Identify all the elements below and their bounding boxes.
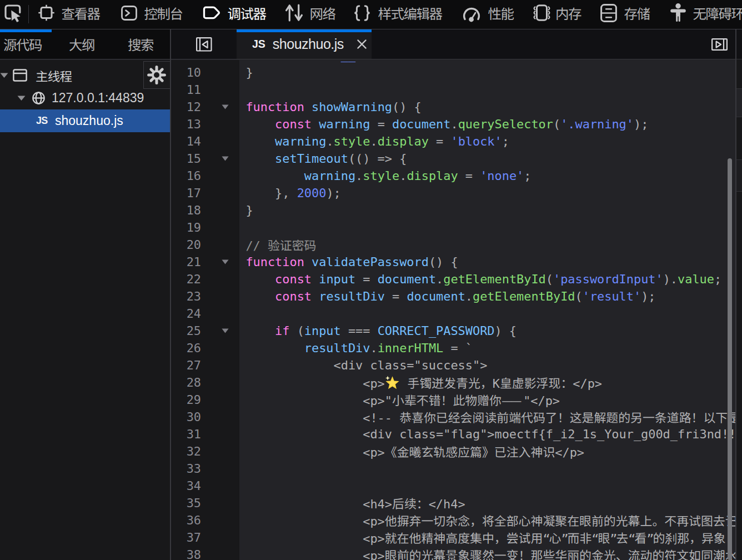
code-line-17[interactable]: }, 2000); xyxy=(239,184,735,202)
code-line-11[interactable] xyxy=(239,81,735,98)
line-number[interactable]: 33 xyxy=(171,460,202,477)
line-number[interactable]: 19 xyxy=(171,219,202,236)
tab-accessibility[interactable]: 无障碍环境 xyxy=(670,0,742,28)
gutter-row-34: 34 xyxy=(171,477,240,494)
line-number[interactable]: 11 xyxy=(171,81,202,98)
line-number[interactable]: 25 xyxy=(171,322,202,339)
code-line-25[interactable]: if (input === CORRECT_PASSWORD) { xyxy=(239,322,735,339)
line-number[interactable]: 22 xyxy=(171,271,202,288)
line-number[interactable]: 29 xyxy=(171,391,202,408)
tab-memory[interactable]: 内存 xyxy=(533,0,581,28)
fold-arrow-icon[interactable] xyxy=(222,104,229,109)
line-number[interactable]: 24 xyxy=(171,305,202,322)
code-line-9[interactable]: __ xyxy=(239,60,735,64)
sidebar-tab-search[interactable]: 搜索 xyxy=(128,29,153,59)
tab-console[interactable]: 控制台 xyxy=(121,0,183,28)
code-line-14[interactable]: warning.style.display = 'block'; xyxy=(239,133,735,150)
code-line-10[interactable]: } xyxy=(239,64,735,81)
code-line-31[interactable]: <div class="flag">moectf{f_i2_1s_Your_g0… xyxy=(239,426,735,443)
code-token: . xyxy=(326,134,333,148)
code-line-30[interactable]: <!-- 恭喜你已经会阅读前端代码了！这是解题的另一条道路！以下是 xyxy=(239,408,735,426)
tab-performance[interactable]: 性能 xyxy=(462,0,514,28)
sidebar-tab-outline[interactable]: 大纲 xyxy=(69,29,94,59)
code-line-28[interactable]: <p> 手镯迸发青光，K皇虚影浮现：</p> xyxy=(239,374,735,391)
source-editor[interactable]: 9101112131415161718192021222324252627282… xyxy=(171,60,736,560)
vertical-scrollbar[interactable] xyxy=(728,158,732,560)
thread-label: 主线程 xyxy=(36,67,72,84)
code-line-32[interactable]: <p>《金曦玄轨感应篇》已注入神识</p> xyxy=(239,443,735,460)
line-number[interactable]: 13 xyxy=(171,116,202,133)
line-number[interactable]: 37 xyxy=(171,529,202,546)
code-line-27[interactable]: <div class="success"> xyxy=(239,357,735,374)
tree-row-file[interactable]: JS shouzhuo.js xyxy=(0,109,170,132)
twisty-expanded-icon[interactable] xyxy=(0,73,8,78)
line-number[interactable]: 31 xyxy=(171,426,202,443)
line-number[interactable]: 26 xyxy=(171,339,202,357)
gutter-row-25: 25 xyxy=(171,322,240,339)
line-number[interactable]: 30 xyxy=(171,408,202,426)
fold-arrow-icon[interactable] xyxy=(222,328,229,333)
code-token: setTimeout xyxy=(275,152,348,166)
tree-row-origin[interactable]: 127.0.0.1:44839 xyxy=(0,87,170,109)
tab-inspector[interactable]: 查看器 xyxy=(38,0,100,28)
line-number[interactable]: 32 xyxy=(171,443,202,460)
code-line-20[interactable]: // 验证密码 xyxy=(239,236,735,253)
line-number[interactable]: 27 xyxy=(171,357,202,374)
sources-settings-button[interactable] xyxy=(143,61,171,89)
code-line-33[interactable] xyxy=(239,460,735,477)
tab-network[interactable]: 网络 xyxy=(285,0,335,28)
line-number[interactable]: 14 xyxy=(171,133,202,150)
code-line-34[interactable] xyxy=(239,477,735,494)
code-line-18[interactable]: } xyxy=(239,202,735,219)
line-number[interactable]: 16 xyxy=(171,167,202,184)
line-number[interactable]: 21 xyxy=(171,253,202,271)
code-line-24[interactable] xyxy=(239,305,735,322)
sidebar-tab-sources[interactable]: 源代码 xyxy=(3,29,42,59)
code-line-15[interactable]: setTimeout(() => { xyxy=(239,150,735,167)
code-line-35[interactable]: <h4>后续：</h4> xyxy=(239,494,735,512)
line-number[interactable]: 15 xyxy=(171,150,202,167)
right-pane-section xyxy=(736,59,742,89)
line-number[interactable]: 9 xyxy=(171,60,202,64)
line-number[interactable]: 23 xyxy=(171,288,202,305)
line-number[interactable]: 18 xyxy=(171,202,202,219)
code-line-21[interactable]: function validatePassword() { xyxy=(239,253,735,271)
source-file-tab[interactable]: JS shouzhuo.js xyxy=(237,29,372,59)
code-line-26[interactable]: resultDiv.innerHTML = ` xyxy=(239,339,735,357)
code-line-12[interactable]: function showWarning() { xyxy=(239,98,735,116)
file-label: shouzhuo.js xyxy=(55,113,123,128)
tab-debugger[interactable]: 调试器 xyxy=(203,0,266,28)
tab-label: 存储 xyxy=(624,3,650,23)
line-number[interactable]: 10 xyxy=(171,64,202,81)
code-token: if xyxy=(275,324,289,338)
expand-panes-button[interactable] xyxy=(711,38,728,51)
code-token: function xyxy=(245,255,304,269)
code-line-13[interactable]: const warning = document.querySelector('… xyxy=(239,116,735,133)
code-line-23[interactable]: const resultDiv = document.getElementByI… xyxy=(239,288,735,305)
fold-arrow-icon[interactable] xyxy=(222,156,229,161)
line-number[interactable]: 38 xyxy=(171,546,202,560)
code-line-36[interactable]: <p>他摒弃一切杂念，将全部心神凝聚在眼前的光幕上。不再试图去记 xyxy=(239,512,735,529)
code-line-38[interactable]: <p>眼前的光幕景象骤然一变！那些华丽的金光、流动的符文如同潮水 xyxy=(239,546,735,560)
twisty-expanded-icon[interactable] xyxy=(17,96,26,101)
sidebar-splitter[interactable] xyxy=(170,29,171,560)
code-line-19[interactable] xyxy=(239,219,735,236)
line-number[interactable]: 12 xyxy=(171,98,202,116)
line-number[interactable]: 36 xyxy=(171,512,202,529)
collapse-sidebar-button[interactable] xyxy=(196,37,212,52)
line-number[interactable]: 34 xyxy=(171,477,202,494)
code-line-22[interactable]: const input = document.getElementById('p… xyxy=(239,271,735,288)
line-number[interactable]: 28 xyxy=(171,374,202,391)
tab-storage[interactable]: 存储 xyxy=(600,0,650,28)
line-number[interactable]: 20 xyxy=(171,236,202,253)
code-line-16[interactable]: warning.style.display = 'none'; xyxy=(239,167,735,184)
line-number[interactable]: 17 xyxy=(171,184,202,202)
code-line-37[interactable]: <p>就在他精神高度集中，尝试用“心”而非“眼”去“看”的刹那，异象 xyxy=(239,529,735,546)
tab-styleeditor[interactable]: 样式编辑器 xyxy=(353,0,442,28)
line-number[interactable]: 35 xyxy=(171,494,202,512)
tab-label: 网络 xyxy=(310,3,335,23)
fold-arrow-icon[interactable] xyxy=(222,259,229,264)
right-pane-splitter[interactable] xyxy=(735,29,736,560)
close-tab-icon[interactable] xyxy=(357,39,367,49)
code-line-29[interactable]: <p>"小辈不错！此物赠你——"</p> xyxy=(239,391,735,408)
